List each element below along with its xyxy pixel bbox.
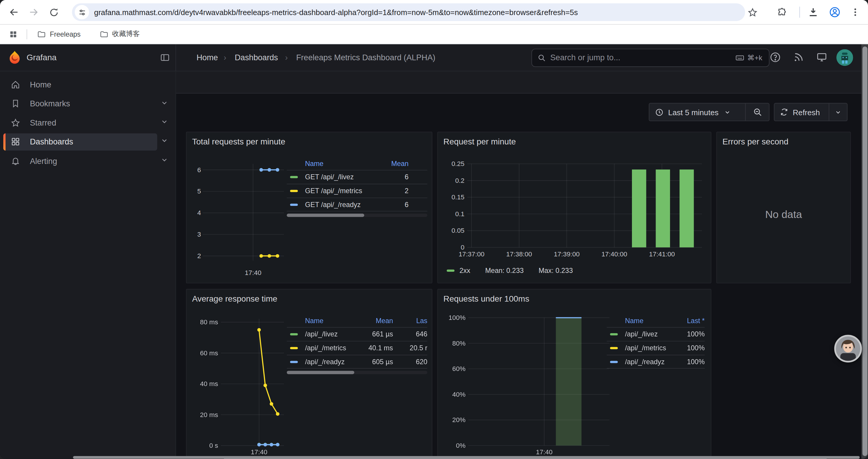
sidebar-item-alerting[interactable]: Alerting [3,153,157,169]
vertical-scrollbar-thumb[interactable] [862,46,867,456]
sidebar-item-bookmarks[interactable]: Bookmarks [3,95,157,112]
chevron-down-icon[interactable] [160,99,168,107]
legend-scrollbar[interactable] [287,214,428,217]
site-settings-icon[interactable] [75,5,89,20]
legend-col-name[interactable]: Name [305,317,360,325]
display-button[interactable] [816,52,828,65]
brand-name: Grafana [27,53,57,62]
legend-col-mean[interactable]: Mean [379,160,409,167]
series-last: 100% [674,344,705,352]
page-vertical-scrollbar[interactable] [862,44,868,459]
sidebar-item-dashboards[interactable]: Dashboards [3,133,157,150]
reload-icon [49,7,59,18]
apps-grid-button[interactable] [6,26,21,42]
series-name[interactable]: 2xx [459,267,470,274]
legend-col-name[interactable]: Name [305,160,378,167]
reload-button[interactable] [45,3,63,21]
svg-text:4: 4 [197,209,201,217]
sidebar-toggle-icon[interactable] [160,53,170,63]
bookmark-star-button[interactable] [743,3,761,21]
grafana-logo[interactable] [7,51,22,66]
svg-text:0 s: 0 s [209,442,218,449]
back-button[interactable] [5,3,23,21]
chevron-down-icon [724,109,731,115]
sidebar-item-starred[interactable]: Starred [3,114,157,131]
star-icon [11,118,21,128]
bookmarks-bar: Freeleaps 收藏博客 [0,24,868,44]
series-color-dash [290,347,298,349]
series-last: 20.5 r [393,344,427,352]
bookmark-folder-freeleaps[interactable]: Freeleaps [33,28,85,41]
assistant-avatar-widget[interactable] [834,335,862,363]
bookmark-label: Freeleaps [50,30,81,38]
downloads-button[interactable] [804,3,822,21]
zoom-out-button[interactable] [746,103,769,121]
search-input[interactable]: Search or jump to... ⌘+k [531,49,770,67]
series-last: 100% [674,358,705,365]
chevron-down-icon [835,109,841,115]
back-icon [8,6,19,18]
breadcrumb-home[interactable]: Home [196,53,218,62]
legend-scrollbar-thumb[interactable] [287,214,364,217]
profile-button[interactable] [826,3,844,21]
legend-col-mean[interactable]: Mean [360,317,393,325]
series-name[interactable]: /api/_/metrics [625,344,674,352]
legend-header: Name Mean [287,157,428,170]
series-mean: 2 [379,187,409,195]
legend-scrollbar[interactable] [287,371,428,374]
legend-line: 2xx Mean: 0.233 Max: 0.233 [447,267,573,274]
legend-table: Name Last * /api/_/livez 100% /api/_/met… [607,314,705,369]
svg-text:0.15: 0.15 [452,193,464,201]
legend-scrollbar-thumb[interactable] [287,371,354,374]
legend-row: /api/_/readyz 100% [607,355,705,369]
series-mean: 6 [379,201,409,208]
series-name[interactable]: /api/_/livez [305,330,360,338]
breadcrumb-dashboards[interactable]: Dashboards [235,53,278,62]
legend-table: Name Mean GET /api/_/livez 6 GET /api/_/… [287,157,428,217]
forward-button[interactable] [25,3,42,21]
sidebar-header: Grafana [0,44,176,71]
time-range-picker[interactable]: Last 5 minutes [649,103,745,121]
legend-row: GET /api/_/metrics 2 [287,184,428,198]
url-text: grafana.mathmast.com/d/deytv4rwavabkb/fr… [94,8,578,16]
url-bar[interactable]: grafana.mathmast.com/d/deytv4rwavabkb/fr… [72,3,745,21]
browser-menu-button[interactable] [846,3,864,21]
series-name[interactable]: GET /api/_/readyz [305,201,378,208]
series-color-dash [610,347,618,349]
svg-text:0.05: 0.05 [452,227,464,234]
news-button[interactable] [793,52,804,65]
chevron-down-icon[interactable] [160,118,168,126]
rss-icon [793,52,804,63]
refresh-button[interactable]: Refresh [774,103,829,121]
request-per-minute-chart[interactable]: 17:37:0017:38:0017:39:0017:40:0017:41:00… [438,132,712,284]
user-avatar[interactable] [836,49,853,66]
folder-icon [99,30,108,38]
chevron-down-icon[interactable] [160,156,168,164]
bookmark-folder-blogs[interactable]: 收藏博客 [95,27,145,41]
series-name[interactable]: GET /api/_/metrics [305,187,378,195]
legend-col-name[interactable]: Name [625,317,674,325]
horizontal-scrollbar-thumb[interactable] [73,456,860,459]
panel-total-requests: Total requests per minute 17:4065432 Nam… [186,132,433,283]
refresh-interval-button[interactable] [829,103,847,121]
legend-row: /api/_/metrics 100% [607,341,705,355]
download-icon [808,6,819,18]
series-name[interactable]: /api/_/readyz [305,358,360,365]
legend-col-last[interactable]: Las [393,317,427,325]
sidebar-item-label: Dashboards [30,137,73,146]
svg-text:0%: 0% [456,442,465,449]
series-name[interactable]: /api/_/livez [625,330,674,338]
series-name[interactable]: GET /api/_/livez [305,173,378,181]
series-name[interactable]: /api/_/readyz [625,358,674,365]
extensions-button[interactable] [773,3,790,21]
breadcrumb-current: Freeleaps Metrics Dashboard (ALPHA) [296,53,435,62]
svg-text:40 ms: 40 ms [200,380,218,388]
chevron-down-icon[interactable] [160,137,168,145]
bookmark-label: 收藏博客 [112,29,140,39]
browser-toolbar: grafana.mathmast.com/d/deytv4rwavabkb/fr… [0,0,868,24]
legend-col-last[interactable]: Last * [674,317,705,325]
help-button[interactable] [769,52,781,65]
sidebar-item-home[interactable]: Home [3,76,157,93]
series-name[interactable]: /api/_/metrics [305,344,360,352]
legend-row: GET /api/_/livez 6 [287,170,428,184]
